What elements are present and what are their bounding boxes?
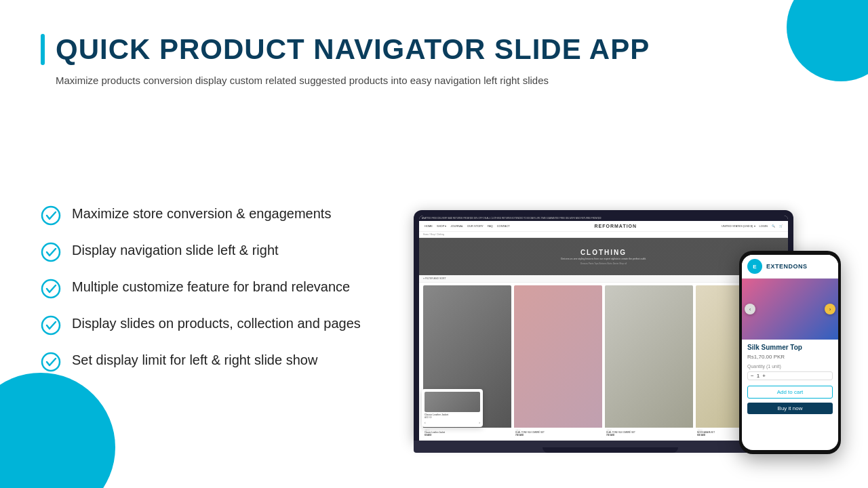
site-top-bar: ANATTEE FREE DELIVERY AND RETURNS FROM $… [419,216,788,221]
site-breadcrumb: Home / Shop / Clothing [419,232,788,238]
features-list: Maximize store conversion & engagements … [41,109,366,468]
feature-item-4: Display slides on products, collection a… [41,314,366,336]
page-title: QUICK PRODUCT NAVIGATOR SLIDE APP [56,34,650,65]
mobile-next-arrow[interactable]: › [825,304,835,314]
feature-text-4: Display slides on products, collection a… [72,314,361,333]
site-hero-sub: Get one-on-one styling lessons from our … [561,258,646,260]
laptop-screen-outer: ANATTEE FREE DELIVERY AND RETURNS FROM $… [414,210,793,441]
mobile-product-image-container: ‹ › [742,279,838,340]
feature-item-5: Set display limit for left & right slide… [41,350,366,372]
product-img-3 [605,285,693,428]
mobile-qty-plus[interactable]: + [762,373,766,379]
site-hero-title: CLOTHING [580,249,627,256]
mobile-screen: E EXTENDONS ‹ › [742,255,838,450]
site-hero: CLOTHING Get one-on-one styling lessons … [419,238,788,275]
check-icon-5 [41,352,61,372]
slide-widget-price: AED 69 [425,416,480,419]
feature-text-5: Set display limit for left & right slide… [72,350,317,369]
product-price-1: 60 AED [425,434,510,436]
nav-locale: UNITED STATES (USD $) ▾ [722,224,755,228]
feature-item-3: Multiple customize feature for brand rel… [41,277,366,299]
mobile-brand-name: EXTENDONS [766,263,808,270]
feature-text-3: Multiple customize feature for brand rel… [72,277,350,296]
mobile-buy-now-button[interactable]: Buy it now [747,403,833,414]
site-nav-links: HOME SHOP ▾ JOURNAL OUR STORY FAQ CONTAC… [425,224,510,228]
mobile-logo-circle: E [747,259,762,274]
nav-cart-icon: 🛒 [779,224,783,228]
mockup-area: ANATTEE FREE DELIVERY AND RETURNS FROM $… [393,109,827,468]
feature-text-1: Maximize store conversion & engagements [72,204,331,223]
nav-journal: JOURNAL [450,224,463,228]
check-icon-3 [41,279,61,299]
feature-item-1: Maximize store conversion & engagements [41,204,366,226]
product-price-2: 750 AED [515,434,601,436]
svg-point-1 [42,243,60,261]
product-info-1: ABAYA Classic Leather Jacket 60 AED [423,428,511,438]
product-info-3: ABAYA DUAL TONE SILK OMBRÉ SET 750 AED [605,428,693,438]
nav-search-icon: 🔍 [772,224,775,228]
content-area: Maximize store conversion & engagements … [41,109,827,468]
nav-our-story: OUR STORY [467,224,484,228]
svg-point-4 [42,353,60,371]
mobile-product-detail: Silk Summer Top Rs1,70.00 PKR Quantity (… [742,340,838,450]
mobile-qty-label: Quantity (1 unit) [747,364,781,369]
mobile-qty-value: 1 [757,373,760,379]
nav-faq: FAQ [488,224,493,228]
laptop-screen-inner: ANATTEE FREE DELIVERY AND RETURNS FROM $… [419,216,788,441]
svg-point-2 [42,280,60,298]
mobile-product-title: Silk Summer Top [747,344,833,351]
nav-home: HOME [425,224,433,228]
slide-widget-nav: ‹ › [425,420,480,424]
site-top-bar-text: ANATTEE FREE DELIVERY AND RETURNS FROM $… [422,217,601,220]
check-icon-2 [41,242,61,262]
title-accent-bar [41,34,45,65]
site-filter-bar: ≡ FILTER AND SORT BEST SELLING ▾ 22 PROD… [419,275,788,283]
slide-next-arrow[interactable]: › [479,420,480,424]
site-nav: HOME SHOP ▾ JOURNAL OUR STORY FAQ CONTAC… [419,221,788,232]
slide-widget: Classic Leather Jacket AED 69 ‹ › [422,389,483,427]
mobile-add-to-cart-button[interactable]: Add to cart [747,386,833,399]
mobile-slide-arrows: ‹ › [742,304,838,314]
page-subtitle: Maximize products conversion display cus… [41,73,651,89]
mobile-header: E EXTENDONS [742,255,838,279]
mobile-qty-row: Quantity (1 unit) [747,364,833,369]
hero-link-text: Dresses Pants Tops Bottoms Skirts Denim … [580,262,627,265]
svg-point-0 [42,207,60,224]
product-img-2 [514,285,602,428]
nav-login: LOGIN [760,224,768,228]
slide-prev-arrow[interactable]: ‹ [425,420,426,424]
breadcrumb-text: Home / Shop / Clothing [423,233,444,236]
product-price-3: 750 AED [606,434,692,436]
mobile-mockup: E EXTENDONS ‹ › [739,251,841,454]
product-info-2: ABAYA DUAL TONE SILK OMBRÉ SET 750 AED [514,428,602,438]
feature-item-2: Display navigation slide left & right [41,241,366,262]
check-icon-1 [41,205,61,226]
nav-contact: CONTACT [497,224,510,228]
mobile-qty-minus[interactable]: − [751,373,754,379]
main-container: QUICK PRODUCT NAVIGATOR SLIDE APP Maximi… [0,0,868,488]
mobile-next-icon: › [829,306,831,312]
mobile-prev-icon: ‹ [749,306,751,312]
site-logo: REFORMATION [595,224,637,228]
feature-text-2: Display navigation slide left & right [72,241,279,260]
slide-widget-img [425,392,480,412]
check-icon-4 [41,315,61,336]
mobile-brand-initial: E [753,264,756,270]
mobile-product-price: Rs1,70.00 PKR [747,354,833,360]
site-nav-right: UNITED STATES (USD $) ▾ LOGIN 🔍 🛒 [722,224,783,228]
mobile-qty-controls[interactable]: − 1 + [747,371,833,380]
svg-point-3 [42,317,60,334]
title-wrapper: QUICK PRODUCT NAVIGATOR SLIDE APP [41,34,827,65]
site-hero-links: Dresses Pants Tops Bottoms Skirts Denim … [580,262,627,265]
header-section: QUICK PRODUCT NAVIGATOR SLIDE APP Maximi… [41,34,827,89]
nav-shop: SHOP ▾ [437,224,446,228]
product-card-2: ABAYA DUAL TONE SILK OMBRÉ SET 750 AED [514,285,602,438]
product-card-3: ABAYA DUAL TONE SILK OMBRÉ SET 750 AED [605,285,693,438]
mobile-prev-arrow[interactable]: ‹ [745,304,755,314]
filter-label: ≡ FILTER AND SORT [423,277,446,280]
